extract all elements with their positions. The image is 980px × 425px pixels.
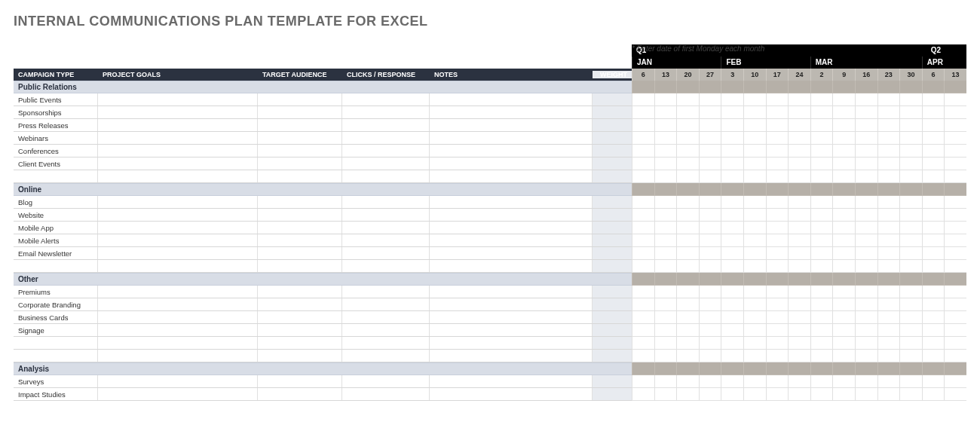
cell-target[interactable] xyxy=(258,132,342,144)
calendar-cell[interactable] xyxy=(899,286,922,298)
calendar-cell[interactable] xyxy=(654,222,677,234)
cell-notes[interactable] xyxy=(430,388,593,400)
calendar-cell[interactable] xyxy=(944,388,966,401)
calendar-cell[interactable] xyxy=(676,388,699,401)
calendar-cell[interactable] xyxy=(899,260,922,273)
calendar-cell[interactable] xyxy=(788,260,810,273)
calendar-cell[interactable] xyxy=(632,375,654,388)
cell-campaign[interactable]: Sponsorships xyxy=(14,106,98,118)
cell-target[interactable] xyxy=(258,324,342,336)
calendar-cell[interactable] xyxy=(922,145,945,157)
cell-weight[interactable] xyxy=(593,222,632,234)
calendar-cell[interactable] xyxy=(810,324,833,337)
calendar-cell[interactable] xyxy=(743,286,766,298)
calendar-cell[interactable] xyxy=(632,93,654,106)
calendar-cell[interactable] xyxy=(922,119,945,132)
calendar-cell[interactable] xyxy=(832,311,855,324)
calendar-cell[interactable] xyxy=(766,145,789,157)
calendar-cell[interactable] xyxy=(855,375,877,388)
calendar-cell[interactable] xyxy=(721,337,743,350)
calendar-cell[interactable] xyxy=(877,260,900,273)
calendar-cell[interactable] xyxy=(699,157,721,170)
cell-campaign[interactable]: Mobile App xyxy=(14,222,98,234)
calendar-cell[interactable] xyxy=(632,170,654,183)
calendar-cell[interactable] xyxy=(922,93,945,106)
calendar-cell[interactable] xyxy=(922,375,945,388)
calendar-cell[interactable] xyxy=(922,247,945,260)
calendar-cell[interactable] xyxy=(743,311,766,324)
calendar-cell[interactable] xyxy=(810,388,833,401)
calendar-cell[interactable] xyxy=(877,222,900,234)
calendar-cell[interactable] xyxy=(810,260,833,273)
calendar-cell[interactable] xyxy=(721,286,743,298)
calendar-cell[interactable] xyxy=(810,375,833,388)
calendar-cell[interactable] xyxy=(676,234,699,247)
calendar-cell[interactable] xyxy=(855,170,877,183)
calendar-cell[interactable] xyxy=(810,247,833,260)
calendar-cell[interactable] xyxy=(877,93,900,106)
calendar-cell[interactable] xyxy=(922,209,945,222)
cell-target[interactable] xyxy=(258,119,342,131)
calendar-cell[interactable] xyxy=(676,222,699,234)
calendar-cell[interactable] xyxy=(654,93,677,106)
calendar-cell[interactable] xyxy=(810,157,833,170)
calendar-cell[interactable] xyxy=(743,350,766,362)
cell-clicks[interactable] xyxy=(342,286,430,298)
calendar-cell[interactable] xyxy=(810,170,833,183)
calendar-cell[interactable] xyxy=(699,132,721,145)
cell-weight[interactable] xyxy=(593,350,632,362)
cell-notes[interactable] xyxy=(430,324,593,336)
calendar-cell[interactable] xyxy=(832,337,855,350)
calendar-cell[interactable] xyxy=(766,324,789,337)
calendar-cell[interactable] xyxy=(810,209,833,222)
calendar-cell[interactable] xyxy=(632,311,654,324)
cell-notes[interactable] xyxy=(430,247,593,259)
calendar-cell[interactable] xyxy=(654,324,677,337)
calendar-cell[interactable] xyxy=(743,132,766,145)
calendar-cell[interactable] xyxy=(877,234,900,247)
calendar-cell[interactable] xyxy=(676,157,699,170)
calendar-cell[interactable] xyxy=(699,145,721,157)
cell-weight[interactable] xyxy=(593,132,632,144)
calendar-cell[interactable] xyxy=(810,311,833,324)
calendar-cell[interactable] xyxy=(855,222,877,234)
calendar-cell[interactable] xyxy=(922,132,945,145)
calendar-cell[interactable] xyxy=(944,247,966,260)
cell-weight[interactable] xyxy=(593,234,632,246)
calendar-cell[interactable] xyxy=(922,286,945,298)
calendar-cell[interactable] xyxy=(654,350,677,362)
calendar-cell[interactable] xyxy=(944,222,966,234)
calendar-cell[interactable] xyxy=(899,298,922,311)
calendar-cell[interactable] xyxy=(899,196,922,209)
calendar-cell[interactable] xyxy=(721,196,743,209)
calendar-cell[interactable] xyxy=(944,157,966,170)
calendar-cell[interactable] xyxy=(855,157,877,170)
calendar-cell[interactable] xyxy=(832,145,855,157)
cell-weight[interactable] xyxy=(593,196,632,208)
calendar-cell[interactable] xyxy=(877,388,900,401)
calendar-cell[interactable] xyxy=(944,234,966,247)
cell-weight[interactable] xyxy=(593,311,632,323)
calendar-cell[interactable] xyxy=(654,157,677,170)
calendar-cell[interactable] xyxy=(810,119,833,132)
cell-notes[interactable] xyxy=(430,375,593,387)
calendar-cell[interactable] xyxy=(922,106,945,119)
calendar-cell[interactable] xyxy=(676,247,699,260)
cell-notes[interactable] xyxy=(430,209,593,221)
calendar-cell[interactable] xyxy=(810,145,833,157)
calendar-cell[interactable] xyxy=(699,324,721,337)
calendar-cell[interactable] xyxy=(788,247,810,260)
cell-target[interactable] xyxy=(258,145,342,157)
calendar-cell[interactable] xyxy=(944,298,966,311)
cell-weight[interactable] xyxy=(593,260,632,272)
calendar-cell[interactable] xyxy=(699,234,721,247)
calendar-cell[interactable] xyxy=(721,93,743,106)
calendar-cell[interactable] xyxy=(654,119,677,132)
cell-weight[interactable] xyxy=(593,298,632,310)
calendar-cell[interactable] xyxy=(699,311,721,324)
calendar-cell[interactable] xyxy=(699,337,721,350)
calendar-cell[interactable] xyxy=(743,119,766,132)
cell-notes[interactable] xyxy=(430,106,593,118)
calendar-cell[interactable] xyxy=(721,234,743,247)
cell-campaign[interactable]: Surveys xyxy=(14,375,98,387)
